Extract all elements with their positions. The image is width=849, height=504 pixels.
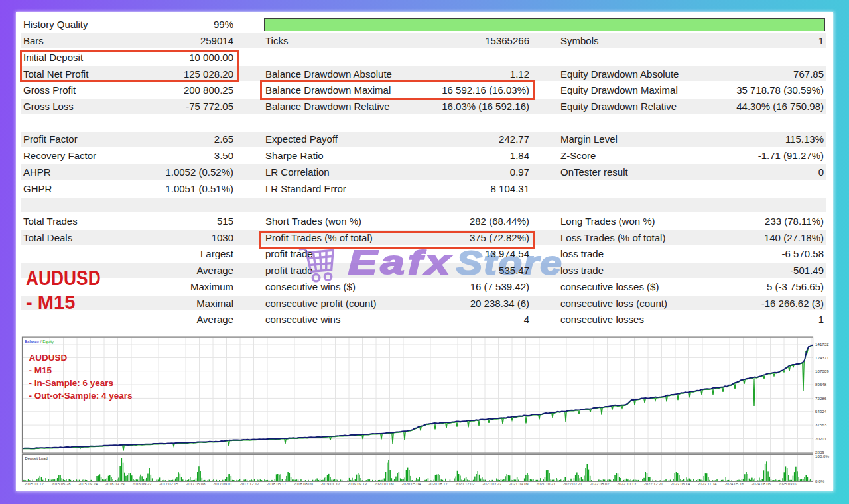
- svg-text:AUDUSD: AUDUSD: [29, 353, 68, 363]
- svg-text:100.0%: 100.0%: [815, 454, 829, 458]
- svg-text:2019.09.13: 2019.09.13: [348, 482, 367, 486]
- svg-text:2016.03.29: 2016.03.29: [105, 482, 125, 486]
- svg-text:2018.08.09: 2018.08.09: [294, 482, 313, 486]
- svg-text:2020.05.04: 2020.05.04: [401, 482, 421, 486]
- svg-text:2015.01.12: 2015.01.12: [25, 482, 44, 486]
- svg-text:0.0%: 0.0%: [815, 479, 825, 483]
- svg-text:124371: 124371: [815, 355, 829, 360]
- svg-text:2025.03.07: 2025.03.07: [779, 482, 798, 486]
- svg-text:89648: 89648: [815, 382, 827, 387]
- svg-text:2017.12.12: 2017.12.12: [240, 482, 259, 486]
- svg-text:2016.09.23: 2016.09.23: [132, 482, 151, 486]
- svg-text:2015.09.24: 2015.09.24: [78, 482, 98, 486]
- svg-text:2023.06.14: 2023.06.14: [671, 482, 690, 486]
- svg-text:Balance / Equity: Balance / Equity: [25, 339, 54, 344]
- svg-text:2017.09.01: 2017.09.01: [213, 482, 232, 486]
- svg-text:2023.11.14: 2023.11.14: [698, 482, 717, 486]
- svg-text:107009: 107009: [815, 369, 829, 373]
- svg-text:2020.08.17: 2020.08.17: [428, 482, 448, 486]
- svg-text:- Out-of-Sample: 4 years: - Out-of-Sample: 4 years: [29, 391, 133, 401]
- svg-text:2021.09.09: 2021.09.09: [509, 482, 529, 486]
- svg-text:2021.03.23: 2021.03.23: [482, 482, 501, 486]
- svg-text:2017.02.15: 2017.02.15: [159, 482, 178, 486]
- svg-text:2022.08.02: 2022.08.02: [590, 482, 609, 486]
- svg-text:2017.05.08: 2017.05.08: [186, 482, 205, 486]
- svg-text:2019.01.17: 2019.01.17: [320, 482, 340, 486]
- svg-text:141732: 141732: [815, 342, 829, 346]
- svg-text:2018.05.17: 2018.05.17: [267, 482, 286, 486]
- svg-text:Deposit Load: Deposit Load: [25, 456, 48, 460]
- svg-text:- In-Sample: 6 years: - In-Sample: 6 years: [29, 378, 114, 388]
- svg-text:20201: 20201: [815, 436, 827, 441]
- svg-text:2022.10.13: 2022.10.13: [617, 482, 636, 486]
- svg-text:2020.12.02: 2020.12.02: [455, 482, 474, 486]
- svg-text:37563: 37563: [815, 422, 827, 427]
- svg-text:72286: 72286: [815, 396, 827, 401]
- svg-text:2022.12.21: 2022.12.21: [644, 482, 663, 486]
- svg-text:- M15: - M15: [29, 365, 52, 375]
- svg-text:2024.05.16: 2024.05.16: [724, 482, 744, 486]
- svg-text:2020.01.09: 2020.01.09: [375, 482, 394, 486]
- svg-text:54924: 54924: [815, 409, 827, 414]
- svg-text:2022.03.21: 2022.03.21: [563, 482, 582, 486]
- svg-text:2021.10.21: 2021.10.21: [536, 482, 555, 486]
- svg-text:2024.08.06: 2024.08.06: [751, 482, 771, 486]
- svg-text:2015.05.28: 2015.05.28: [51, 482, 70, 486]
